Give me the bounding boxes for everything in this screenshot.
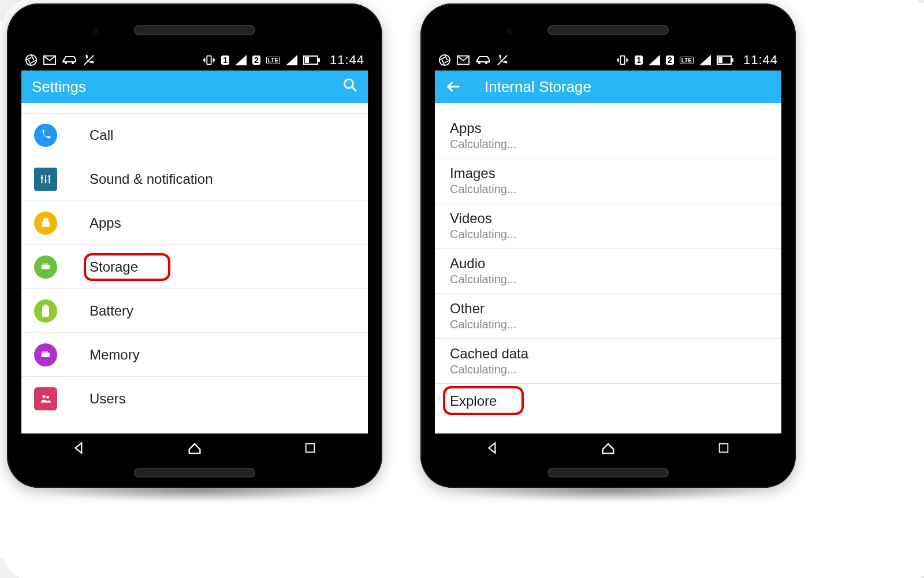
settings-item-memory[interactable]: Memory <box>21 333 368 377</box>
settings-item-apps[interactable]: Apps <box>21 201 368 245</box>
settings-list: Call Sound & notification Apps S <box>21 103 368 421</box>
storage-item-cached[interactable]: Cached data Calculating... <box>435 339 781 384</box>
car-icon <box>475 55 490 65</box>
settings-item-storage[interactable]: Storage <box>21 245 368 289</box>
settings-content: Call Sound & notification Apps S <box>21 103 368 433</box>
storage-item-audio[interactable]: Audio Calculating... <box>435 249 781 294</box>
storage-item-videos[interactable]: Videos Calculating... <box>435 203 781 249</box>
nav-back-icon[interactable] <box>484 439 501 457</box>
top-speaker <box>134 25 255 35</box>
settings-item-label: Battery <box>90 303 133 319</box>
no-call-icon <box>83 54 95 66</box>
nav-back-icon[interactable] <box>70 439 88 457</box>
storage-item-title: Other <box>450 301 766 317</box>
canvas: 1 2 LTE 11:44 Settings <box>0 0 924 578</box>
bottom-speaker <box>547 468 669 477</box>
svg-rect-7 <box>318 58 320 62</box>
signal1-icon <box>649 55 660 65</box>
svg-point-9 <box>344 79 353 88</box>
svg-point-30 <box>485 62 487 64</box>
settings-item-users[interactable]: Users <box>21 377 368 421</box>
storage-list: Apps Calculating... Images Calculating..… <box>435 103 781 420</box>
equalizer-icon <box>34 168 57 191</box>
svg-point-0 <box>26 55 36 65</box>
svg-point-25 <box>46 396 49 399</box>
svg-rect-36 <box>720 444 728 453</box>
front-camera <box>94 29 98 34</box>
sim1-badge: 1 <box>635 55 643 65</box>
top-speaker <box>547 25 669 35</box>
device-frame: 1 2 LTE 11:44 Internal Storage <box>420 3 796 488</box>
svg-point-29 <box>478 62 480 64</box>
sim1-badge: 1 <box>221 55 229 65</box>
vibrate-icon <box>203 54 215 66</box>
settings-item-label: Memory <box>90 347 140 363</box>
svg-point-3 <box>72 62 74 64</box>
appbar-storage: Internal Storage <box>435 71 781 103</box>
svg-line-10 <box>352 87 356 91</box>
storage-item-sub: Calculating... <box>450 138 766 151</box>
settings-item-call[interactable]: Call <box>21 113 368 157</box>
nav-recents-icon[interactable] <box>715 439 732 457</box>
mail-icon <box>457 55 470 65</box>
svg-rect-21 <box>43 351 44 353</box>
storage-icon <box>34 255 57 279</box>
nav-home-icon[interactable] <box>186 439 203 457</box>
status-bar: 1 2 LTE 11:44 <box>21 50 368 71</box>
nav-recents-icon[interactable] <box>301 439 319 457</box>
shadow <box>449 479 767 502</box>
settings-item-sound[interactable]: Sound & notification <box>21 157 368 201</box>
nav-home-icon[interactable] <box>599 439 617 457</box>
phone-icon <box>34 124 57 147</box>
page-curl-bl <box>0 550 29 578</box>
car-icon <box>62 55 77 65</box>
status-clock: 11:44 <box>330 53 364 68</box>
aperture-icon <box>438 54 451 66</box>
status-clock: 11:44 <box>743 53 778 68</box>
storage-item-images[interactable]: Images Calculating... <box>435 158 781 203</box>
storage-item-sub: Calculating... <box>450 273 766 286</box>
sim2-badge: 2 <box>252 55 260 65</box>
storage-content: Apps Calculating... Images Calculating..… <box>435 103 781 433</box>
phone-storage: 1 2 LTE 11:44 Internal Storage <box>420 3 796 488</box>
front-camera <box>507 29 512 34</box>
aperture-icon <box>25 54 38 66</box>
page-curl-tr <box>910 0 924 29</box>
svg-rect-35 <box>718 57 722 63</box>
storage-item-other[interactable]: Other Calculating... <box>435 294 781 339</box>
storage-item-explore[interactable]: Explore <box>435 384 781 420</box>
apps-icon <box>34 212 57 235</box>
svg-rect-8 <box>305 57 309 63</box>
storage-item-title: Cached data <box>450 346 766 362</box>
search-icon[interactable] <box>342 77 357 97</box>
svg-rect-34 <box>732 58 733 62</box>
svg-rect-20 <box>42 353 50 357</box>
appbar-title: Settings <box>32 78 342 96</box>
battery-icon <box>717 55 734 65</box>
storage-item-title: Explore <box>450 393 766 409</box>
vibrate-icon <box>616 54 629 66</box>
phone-settings: 1 2 LTE 11:44 Settings <box>7 3 382 488</box>
svg-line-4 <box>84 55 94 65</box>
svg-rect-5 <box>207 56 211 65</box>
appbar-title: Internal Storage <box>485 78 771 96</box>
svg-rect-32 <box>621 56 625 65</box>
no-call-icon <box>496 54 509 66</box>
mail-icon <box>43 55 56 65</box>
svg-rect-26 <box>306 444 315 453</box>
svg-point-27 <box>439 55 450 65</box>
settings-item-label: Call <box>90 127 113 143</box>
battery-icon <box>34 299 57 323</box>
svg-rect-14 <box>42 265 50 269</box>
storage-item-sub: Calculating... <box>450 363 766 376</box>
storage-item-title: Audio <box>450 255 766 272</box>
storage-item-sub: Calculating... <box>450 183 766 196</box>
storage-item-sub: Calculating... <box>450 318 766 331</box>
back-button[interactable] <box>445 79 461 95</box>
storage-item-apps[interactable]: Apps Calculating... <box>435 113 781 158</box>
battery-icon <box>303 55 321 65</box>
storage-item-title: Images <box>450 165 766 181</box>
shadow <box>36 479 353 502</box>
lte-icon: LTE <box>266 57 280 64</box>
settings-item-battery[interactable]: Battery <box>21 289 368 333</box>
